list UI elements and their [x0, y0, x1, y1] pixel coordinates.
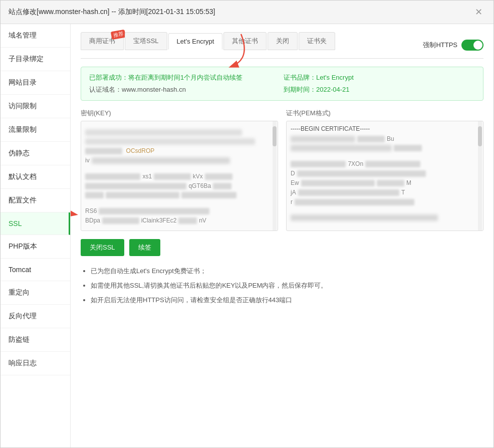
- force-https-label: 强制HTTPS: [423, 41, 457, 50]
- window-close-button[interactable]: ✕: [472, 7, 485, 18]
- key-textarea[interactable]: OCsdROP iv xs1: [81, 121, 278, 231]
- pem-label: 证书(PEM格式): [286, 109, 483, 118]
- force-https-container: 强制HTTPS: [423, 40, 483, 51]
- pem-begin-text: -----BEGIN CERTIFICATE-----: [291, 125, 475, 132]
- close-ssl-button[interactable]: 关闭SSL: [81, 239, 124, 256]
- notes-list: 已为您自动生成Let's Encrypt免费证书；如需使用其他SSL,请切换其他…: [81, 266, 483, 305]
- note-item: 如开启后无法使用HTTPS访问问，请检查安全组是否正确放行443端口: [91, 295, 483, 306]
- body: 域名管理子目录绑定网站目录访问限制流量限制伪静态默认文档配置文件SSLPHP版本…: [1, 24, 493, 447]
- sidebar-item-config[interactable]: 配置文件: [1, 189, 70, 212]
- banner-status: 已部署成功：将在距离到期时间1个月内尝试自动续签: [89, 73, 281, 82]
- sidebar-item-pseudo[interactable]: 伪静态: [1, 142, 70, 165]
- sidebar-item-tomcat[interactable]: Tomcat: [1, 259, 70, 281]
- tab-close[interactable]: 关闭: [268, 32, 298, 50]
- renew-button[interactable]: 续签: [129, 239, 160, 256]
- banner-brand: 证书品牌：Let's Encrypt: [284, 73, 475, 82]
- banner-expiry: 到期时间：2022-04-21: [284, 85, 475, 94]
- tab-baota[interactable]: 宝塔SSL: [125, 32, 167, 50]
- force-https-toggle[interactable]: [461, 40, 483, 51]
- tab-certfolder[interactable]: 证书夹: [299, 32, 335, 50]
- sidebar-item-subdir[interactable]: 子目录绑定: [1, 48, 70, 71]
- tab-commercial[interactable]: 商用证书推荐: [81, 32, 124, 50]
- tabs-container: 商用证书推荐宝塔SSLLet's Encrypt其他证书关闭证书夹: [81, 32, 335, 50]
- tabs-row: 商用证书推荐宝塔SSLLet's Encrypt其他证书关闭证书夹 强制HTTP…: [81, 32, 483, 59]
- sidebar: 域名管理子目录绑定网站目录访问限制流量限制伪静态默认文档配置文件SSLPHP版本…: [1, 24, 71, 447]
- pem-textarea[interactable]: -----BEGIN CERTIFICATE----- Bu: [286, 121, 483, 231]
- action-buttons: 关闭SSL 续签: [81, 239, 483, 256]
- pem-area-container: 证书(PEM格式) -----BEGIN CERTIFICATE----- Bu: [286, 109, 483, 231]
- cert-areas: 密钥(KEY) OCsdROP: [81, 109, 483, 231]
- key-area-container: 密钥(KEY) OCsdROP: [81, 109, 278, 231]
- sidebar-item-domain[interactable]: 域名管理: [1, 24, 70, 48]
- banner-domain: 认证域名：www.monster-hash.cn: [89, 85, 281, 94]
- sidebar-item-php[interactable]: PHP版本: [1, 235, 70, 259]
- sidebar-item-hotlink[interactable]: 防盗链: [1, 328, 70, 352]
- key-content: OCsdROP iv xs1: [81, 121, 278, 231]
- note-item: 已为您自动生成Let's Encrypt免费证书；: [91, 266, 483, 277]
- content-area: 商用证书推荐宝塔SSLLet's Encrypt其他证书关闭证书夹 强制HTTP…: [71, 24, 493, 447]
- sidebar-item-ssl[interactable]: SSL: [1, 212, 70, 235]
- key-label: 密钥(KEY): [81, 109, 278, 118]
- sidebar-item-access[interactable]: 访问限制: [1, 95, 70, 118]
- sidebar-item-redirect[interactable]: 重定向: [1, 281, 70, 305]
- pem-scrollbar[interactable]: [478, 121, 482, 231]
- pem-content: -----BEGIN CERTIFICATE----- Bu: [287, 121, 483, 231]
- note-item: 如需使用其他SSL,请切换其他证书后粘贴您的KEY以及PEM内容，然后保存即可。: [91, 281, 483, 291]
- sidebar-item-flow[interactable]: 流量限制: [1, 118, 70, 142]
- main-window: 站点修改[www.monster-hash.cn] -- 添加时间[2021-0…: [0, 0, 494, 448]
- banner-domain-label: 认证域名：www.monster-hash.cn: [89, 86, 186, 93]
- sidebar-item-webdir[interactable]: 网站目录: [1, 71, 70, 95]
- window-title: 站点修改[www.monster-hash.cn] -- 添加时间[2021-0…: [9, 8, 215, 17]
- sidebar-item-proxy[interactable]: 反向代理: [1, 305, 70, 328]
- tab-letsencrypt[interactable]: Let's Encrypt: [168, 33, 223, 50]
- sidebar-item-logs[interactable]: 响应日志: [1, 352, 70, 375]
- banner-expiry-label: 到期时间：2022-04-21: [284, 86, 350, 93]
- tab-other[interactable]: 其他证书: [223, 32, 267, 50]
- success-banner: 已部署成功：将在距离到期时间1个月内尝试自动续签 证书品牌：Let's Encr…: [81, 67, 483, 101]
- banner-brand-label: 证书品牌：Let's Encrypt: [284, 74, 354, 81]
- sidebar-item-default[interactable]: 默认文档: [1, 165, 70, 189]
- title-bar: 站点修改[www.monster-hash.cn] -- 添加时间[2021-0…: [1, 1, 493, 24]
- banner-status-text: 已部署成功：将在距离到期时间1个月内尝试自动续签: [89, 74, 242, 81]
- key-scrollbar[interactable]: [273, 121, 277, 231]
